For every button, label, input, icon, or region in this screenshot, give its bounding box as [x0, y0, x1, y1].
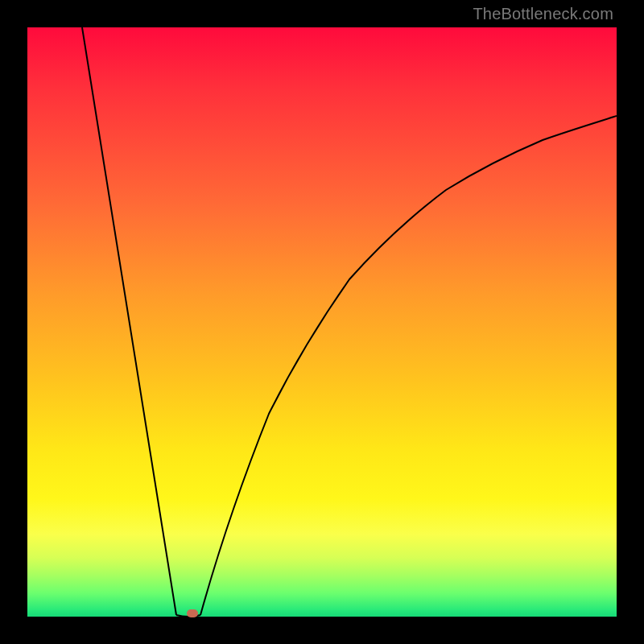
- curve-left-leg: [82, 27, 176, 615]
- chart-frame: TheBottleneck.com: [0, 0, 644, 644]
- curve-right-leg: [200, 116, 617, 615]
- attribution-label: TheBottleneck.com: [473, 5, 613, 23]
- optimal-marker: [187, 609, 198, 617]
- plot-area: [27, 27, 617, 617]
- bottleneck-curve: [27, 27, 617, 617]
